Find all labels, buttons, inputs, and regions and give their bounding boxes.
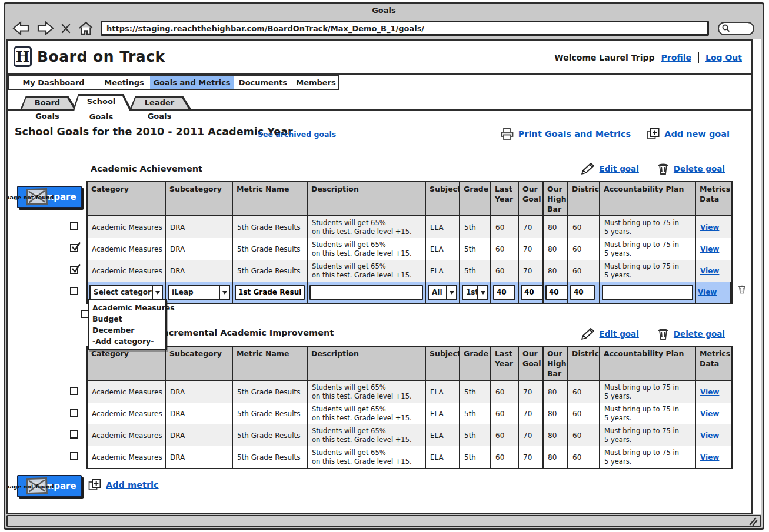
view-metrics-link[interactable]: View — [700, 388, 719, 396]
row-checkbox[interactable] — [70, 287, 78, 295]
category-option[interactable]: -Add category- — [89, 336, 165, 347]
trash-icon — [657, 162, 670, 175]
app-title: Board on Track — [37, 48, 165, 65]
tab-leader-goals[interactable]: Leader Goals — [129, 96, 192, 110]
edit-goal-link-group[interactable]: Edit goal — [580, 162, 639, 176]
search-box[interactable] — [718, 22, 754, 35]
row-checkbox[interactable] — [70, 222, 78, 230]
cell-our-goal: 70 — [519, 381, 544, 403]
cell-subject: ELA — [426, 403, 460, 424]
add-metric-link-group[interactable]: Add metric — [88, 478, 159, 492]
nav-item-meetings[interactable]: Meetings — [98, 76, 150, 89]
district-input[interactable] — [570, 285, 595, 300]
row-checkbox[interactable] — [70, 387, 78, 395]
column-header: Subcategory — [166, 347, 233, 381]
column-header: District — [568, 347, 600, 381]
category-option[interactable]: December — [89, 324, 165, 336]
view-metrics-link[interactable]: View — [700, 453, 719, 461]
view-metrics-link[interactable]: View — [700, 431, 719, 440]
compare-button-wrap: Compare Image not found — [17, 475, 82, 497]
nav-item-my-dashboard[interactable]: My Dashboard — [9, 76, 98, 89]
trash-icon — [657, 327, 670, 340]
nav-item-documents[interactable]: Documents — [234, 76, 292, 89]
broken-image-text: Image not found — [6, 194, 54, 200]
chevron-down-icon — [152, 286, 162, 299]
cell-metrics-data: View — [696, 424, 731, 446]
row-checkbox[interactable] — [70, 430, 78, 439]
cell-metrics-data: View — [696, 446, 731, 468]
home-icon[interactable] — [78, 21, 94, 36]
goal-table-academic-achievement: CategorySubcategoryMetric NameDescriptio… — [70, 181, 733, 304]
cell-subject: ELA — [426, 424, 460, 446]
nav-item-goals-and-metrics[interactable]: Goals and Metrics — [150, 76, 234, 89]
cell-our-high-bar: 80 — [544, 238, 568, 260]
delete-goal-link-group[interactable]: Delete goal — [657, 327, 725, 340]
row-checkbox[interactable] — [70, 244, 78, 252]
add-goal-icon — [646, 127, 660, 141]
cell-district: 60 — [568, 216, 600, 238]
view-metrics-link[interactable]: View — [700, 223, 719, 232]
delete-row-trash-icon[interactable] — [737, 284, 747, 295]
resize-grip-icon[interactable] — [748, 517, 758, 526]
view-metrics-link[interactable]: View — [698, 288, 717, 296]
subcategory-dropdown[interactable]: iLeap — [168, 285, 230, 300]
stop-icon[interactable] — [61, 22, 71, 34]
last-year-input[interactable] — [493, 285, 515, 300]
url-bar[interactable]: https://staging.reachthehighbar.com/Boar… — [101, 21, 709, 36]
url-text: https://staging.reachthehighbar.com/Boar… — [106, 24, 424, 33]
cell-our-high-bar: 80 — [544, 260, 568, 282]
divider — [698, 52, 699, 63]
cell-grade: 5th — [460, 216, 491, 238]
nav-item-members[interactable]: Members — [292, 76, 339, 89]
our-goal-input[interactable] — [521, 285, 543, 300]
add-new-goal-link-group[interactable]: Add new goal — [646, 127, 730, 141]
view-metrics-link[interactable]: View — [700, 267, 719, 275]
print-goals-link-group[interactable]: Print Goals and Metrics — [500, 128, 631, 140]
description-input[interactable] — [309, 285, 423, 300]
pencil-icon — [580, 327, 595, 341]
row-checkbox[interactable] — [70, 409, 78, 417]
edit-goal-link-group[interactable]: Edit goal — [580, 327, 639, 341]
table-row: Academic MeasuresDRA5th Grade ResultsStu… — [88, 238, 731, 260]
category-option[interactable]: Budget — [89, 313, 165, 324]
cell-our-goal: 70 — [519, 446, 544, 468]
accountability-plan-input[interactable] — [602, 285, 693, 300]
column-header: Our High Bar — [544, 182, 568, 216]
cell-last-year: 60 — [491, 260, 519, 282]
cell-accountability-plan: Must bring up to 75 in 5 years. — [600, 381, 696, 403]
subject-dropdown[interactable]: All — [428, 285, 457, 300]
back-icon[interactable] — [12, 21, 30, 35]
cell-metrics-data: View — [696, 238, 731, 260]
cell-accountability-plan: Must bring up to 75 in 5 years. — [600, 216, 696, 238]
category-dropdown-menu: Academic MeasuresBudgetDecember-Add cate… — [88, 299, 167, 350]
cell-category: Academic Measures — [88, 238, 166, 260]
grade-dropdown[interactable]: 1st — [462, 285, 488, 300]
cell-our-high-bar: 80 — [544, 446, 568, 468]
column-header: Metrics Data — [696, 347, 731, 381]
view-metrics-link[interactable]: View — [700, 410, 719, 418]
logout-link[interactable]: Log Out — [705, 53, 742, 62]
tab-school-goals[interactable]: School Goals — [72, 94, 132, 111]
category-dropdown[interactable]: Select category — [89, 285, 163, 300]
metric-name-input[interactable] — [235, 285, 305, 300]
row-checkbox[interactable] — [70, 452, 78, 460]
horizontal-scrollbar[interactable] — [6, 515, 761, 527]
see-archived-goals-link[interactable]: See archived goals — [258, 130, 336, 139]
profile-link[interactable]: Profile — [661, 53, 691, 62]
delete-goal-link-group[interactable]: Delete goal — [657, 162, 725, 175]
cell-subcategory: DRA — [166, 260, 233, 282]
forward-icon[interactable] — [36, 21, 54, 35]
row-checkbox[interactable] — [70, 266, 78, 274]
cell-district: 60 — [568, 424, 600, 446]
column-header: Metrics Data — [696, 182, 731, 216]
chevron-down-icon — [446, 286, 456, 299]
view-metrics-link[interactable]: View — [700, 245, 719, 253]
cell-last-year: 60 — [491, 216, 519, 238]
cell-metric: 5th Grade Results — [233, 260, 308, 282]
our-high-bar-input[interactable] — [545, 285, 568, 300]
tab-board-goals[interactable]: Board Goals — [20, 96, 77, 110]
category-option[interactable]: Academic Measures — [89, 302, 165, 313]
cell-accountability-plan: Must bring up to 75 in 5 years. — [600, 424, 696, 446]
column-header: Metric Name — [233, 182, 308, 216]
cell-our-goal: 70 — [519, 238, 544, 260]
